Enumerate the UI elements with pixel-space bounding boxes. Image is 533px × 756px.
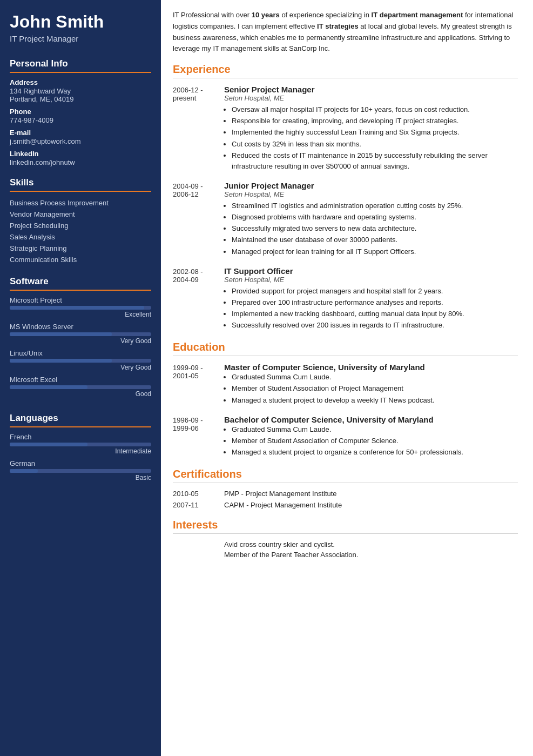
job-title: Senior Project Manager xyxy=(224,85,518,94)
list-item: Implemented the highly successful Lean T… xyxy=(232,127,518,138)
entry-body: Junior Project Manager Seton Hospital, M… xyxy=(224,181,518,258)
list-item: Managed project for lean training for al… xyxy=(232,246,518,257)
experience-title: Experience xyxy=(173,63,518,78)
phone-label: Phone xyxy=(10,108,151,116)
list-item: Streamlined IT logistics and administrat… xyxy=(232,200,518,211)
bar-bg xyxy=(10,359,151,363)
skill-item: Business Process Improvement xyxy=(10,197,151,209)
experience-entry: 2006-12 -present Senior Project Manager … xyxy=(173,85,518,172)
job-title: IT Support Officer xyxy=(224,266,518,276)
address-value: 134 Rightward WayPortland, ME, 04019 xyxy=(10,87,151,103)
skill-item: Strategic Planning xyxy=(10,243,151,254)
interests-title: Interests xyxy=(173,519,518,534)
list-item: Maintained the user database of over 300… xyxy=(232,235,518,245)
sidebar: John Smith IT Project Manager Personal I… xyxy=(0,0,161,756)
company: Seton Hospital, ME xyxy=(224,276,518,284)
entry-body: Senior Project Manager Seton Hospital, M… xyxy=(224,85,518,172)
company: Seton Hospital, ME xyxy=(224,190,518,198)
bar-bg xyxy=(10,306,151,310)
certifications-title: Certifications xyxy=(173,468,518,483)
software-microsoft-project: Microsoft Project Excellent xyxy=(10,296,151,318)
personal-info-title: Personal Info xyxy=(10,58,151,73)
list-item: Implemented a new tracking dashboard, cu… xyxy=(232,309,518,319)
linkedin-label: LinkedIn xyxy=(10,150,151,158)
entry-body: Bachelor of Computer Science, University… xyxy=(224,415,518,458)
list-item: Reduced the costs of IT maintenance in 2… xyxy=(232,150,518,172)
list-item: Oversaw all major hospital IT projects f… xyxy=(232,104,518,115)
skill-item: Communication Skills xyxy=(10,254,151,265)
bar-bg xyxy=(10,332,151,336)
bar-fill xyxy=(10,385,87,389)
software-ms-windows: MS Windows Server Very Good xyxy=(10,323,151,345)
experience-entry: 2004-09 -2006-12 Junior Project Manager … xyxy=(173,181,518,258)
education-entry: 1999-09 -2001-05 Master of Computer Scie… xyxy=(173,363,518,406)
interests-section: Interests Avid cross country skier and c… xyxy=(173,519,518,559)
personal-info-section: Personal Info Address 134 Rightward WayP… xyxy=(0,53,161,172)
bar-fill xyxy=(10,306,144,310)
address-label: Address xyxy=(10,78,151,86)
list-item: Cut costs by 32% in less than six months… xyxy=(232,139,518,150)
lang-french: French Intermediate xyxy=(10,433,151,455)
entry-date: 1999-09 -2001-05 xyxy=(173,363,224,406)
bar-fill xyxy=(10,443,87,446)
cert-entry: 2007-11 CAPM - Project Management Instit… xyxy=(173,501,518,509)
linkedin-value: linkedin.com/johnutw xyxy=(10,158,151,166)
interest-item: Member of the Parent Teacher Association… xyxy=(224,551,518,559)
entry-date: 2006-12 -present xyxy=(173,85,224,172)
skill-item: Vendor Management xyxy=(10,209,151,220)
skills-title: Skills xyxy=(10,177,151,192)
bar-bg xyxy=(10,385,151,389)
job-title: Junior Project Manager xyxy=(224,181,518,190)
lang-german: German Basic xyxy=(10,459,151,481)
bar-fill xyxy=(10,332,112,336)
bar-bg xyxy=(10,469,151,473)
degree-title: Master of Computer Science, University o… xyxy=(224,363,518,372)
list-item: Managed a student project to organize a … xyxy=(232,447,518,458)
entry-date: 2002-08 -2004-09 xyxy=(173,266,224,332)
software-section: Software Microsoft Project Excellent MS … xyxy=(0,271,161,407)
entry-date: 1996-09 -1999-06 xyxy=(173,415,224,458)
bullet-list: Graduated Summa Cum Laude. Member of Stu… xyxy=(224,424,518,458)
skills-section: Skills Business Process Improvement Vend… xyxy=(0,172,161,271)
email-label: E-mail xyxy=(10,129,151,137)
bullet-list: Graduated Summa Cum Laude. Member of Stu… xyxy=(224,372,518,405)
main-content: IT Professional with over 10 years of ex… xyxy=(161,0,533,756)
list-item: Successfully migrated two servers to new… xyxy=(232,223,518,234)
list-item: Managed a student project to develop a w… xyxy=(232,395,518,406)
list-item: Prepared over 100 infrastructure perform… xyxy=(232,297,518,308)
degree-title: Bachelor of Computer Science, University… xyxy=(224,415,518,424)
languages-section: Languages French Intermediate German Bas… xyxy=(0,407,161,491)
candidate-title: IT Project Manager xyxy=(10,34,151,43)
bar-bg xyxy=(10,443,151,446)
experience-entry: 2002-08 -2004-09 IT Support Officer Seto… xyxy=(173,266,518,332)
languages-title: Languages xyxy=(10,413,151,427)
cert-date: 2007-11 xyxy=(173,501,224,509)
summary: IT Professional with over 10 years of ex… xyxy=(173,10,518,55)
software-linux: Linux/Unix Very Good xyxy=(10,349,151,371)
cert-entry: 2010-05 PMP - Project Management Institu… xyxy=(173,490,518,498)
skill-item: Sales Analysis xyxy=(10,231,151,243)
list-item: Provided support for project managers an… xyxy=(232,286,518,297)
cert-value: PMP - Project Management Institute xyxy=(224,490,337,498)
bar-fill xyxy=(10,359,112,363)
cert-value: CAPM - Project Management Institute xyxy=(224,501,342,509)
email-value: j.smith@uptowork.com xyxy=(10,137,151,145)
list-item: Graduated Summa Cum Laude. xyxy=(232,372,518,383)
software-excel: Microsoft Excel Good xyxy=(10,376,151,398)
company: Seton Hospital, ME xyxy=(224,94,518,102)
list-item: Diagnosed problems with hardware and ope… xyxy=(232,212,518,223)
phone-value: 774-987-4009 xyxy=(10,116,151,124)
entry-body: IT Support Officer Seton Hospital, ME Pr… xyxy=(224,266,518,332)
certifications-section: Certifications 2010-05 PMP - Project Man… xyxy=(173,468,518,509)
interest-item: Avid cross country skier and cyclist. xyxy=(224,540,518,548)
list-item: Successfully resolved over 200 issues in… xyxy=(232,320,518,331)
entry-body: Master of Computer Science, University o… xyxy=(224,363,518,406)
list-item: Member of Student Association of Project… xyxy=(232,383,518,394)
list-item: Member of Student Association of Compute… xyxy=(232,436,518,446)
skill-item: Project Scheduling xyxy=(10,220,151,231)
education-section: Education 1999-09 -2001-05 Master of Com… xyxy=(173,341,518,458)
software-title: Software xyxy=(10,276,151,291)
bullet-list: Streamlined IT logistics and administrat… xyxy=(224,200,518,257)
education-entry: 1996-09 -1999-06 Bachelor of Computer Sc… xyxy=(173,415,518,458)
list-item: Responsible for creating, improving, and… xyxy=(232,116,518,126)
